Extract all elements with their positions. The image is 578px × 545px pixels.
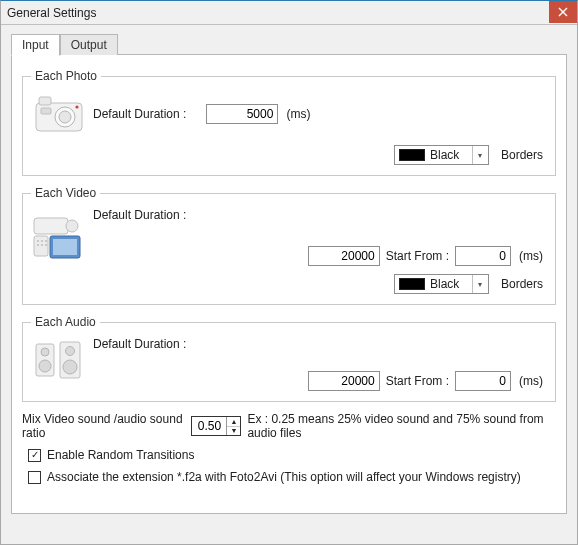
photo-duration-label: Default Duration : [93, 107, 186, 121]
spinner-arrows: ▲ ▼ [226, 417, 240, 435]
checkbox-random-transitions-label: Enable Random Transitions [47, 448, 194, 462]
svg-point-22 [63, 360, 77, 374]
photo-borders-label: Borders [501, 148, 543, 162]
titlebar: General Settings [1, 1, 577, 25]
chevron-down-icon: ▾ [472, 146, 488, 164]
video-startfrom-label: Start From : [386, 249, 449, 263]
checkbox-associate-ext-label: Associate the extension *.f2a with Foto2… [47, 470, 521, 484]
checkbox-associate-ext-row: Associate the extension *.f2a with Foto2… [22, 470, 556, 484]
window-body: Input Output Each Photo [1, 25, 577, 524]
tab-panel-input: Each Photo Default Duration : [11, 54, 567, 514]
svg-point-13 [41, 244, 43, 246]
settings-window: General Settings Input Output Each Photo [0, 0, 578, 545]
photo-duration-input[interactable] [206, 104, 278, 124]
group-legend-photo: Each Photo [31, 69, 101, 83]
chevron-down-icon: ▾ [472, 275, 488, 293]
video-border-color-name: Black [430, 277, 467, 291]
svg-point-10 [41, 240, 43, 242]
svg-point-12 [37, 244, 39, 246]
audio-unit: (ms) [519, 374, 543, 388]
video-borders-row: Black ▾ Borders [31, 274, 547, 294]
svg-point-18 [41, 348, 49, 356]
color-swatch-icon [399, 149, 425, 161]
svg-point-9 [37, 240, 39, 242]
close-icon [558, 7, 568, 17]
photo-borders-row: Black ▾ Borders [31, 145, 547, 165]
video-borders-label: Borders [501, 277, 543, 291]
window-title: General Settings [7, 6, 96, 20]
video-duration-row: Start From : (ms) [31, 246, 547, 266]
group-legend-audio: Each Audio [31, 315, 100, 329]
photo-border-color-name: Black [430, 148, 467, 162]
svg-point-21 [66, 347, 75, 356]
video-duration-input[interactable] [308, 246, 380, 266]
mix-ratio-hint: Ex : 0.25 means 25% video sound and 75% … [247, 412, 556, 440]
mix-ratio-row: Mix Video sound /audio sound ratio ▲ ▼ E… [22, 412, 556, 440]
audio-startfrom-input[interactable] [455, 371, 511, 391]
group-legend-video: Each Video [31, 186, 100, 200]
tabstrip: Input Output [11, 33, 567, 55]
photo-border-color-combo[interactable]: Black ▾ [394, 145, 489, 165]
svg-point-14 [45, 244, 47, 246]
checkbox-random-transitions-row: ✓ Enable Random Transitions [22, 448, 556, 462]
video-unit: (ms) [519, 249, 543, 263]
video-border-color-combo[interactable]: Black ▾ [394, 274, 489, 294]
camera-icon [31, 91, 87, 137]
mix-ratio-spinner[interactable]: ▲ ▼ [191, 416, 241, 436]
video-duration-label: Default Duration : [93, 208, 186, 222]
audio-startfrom-label: Start From : [386, 374, 449, 388]
svg-point-3 [59, 111, 71, 123]
svg-point-5 [75, 105, 78, 108]
spinner-down-icon[interactable]: ▼ [227, 427, 240, 436]
svg-rect-8 [34, 236, 48, 256]
speakers-icon [31, 337, 87, 383]
mix-ratio-label: Mix Video sound /audio sound ratio [22, 412, 185, 440]
mix-ratio-input[interactable] [192, 417, 226, 435]
svg-rect-16 [53, 239, 77, 255]
svg-rect-1 [39, 97, 51, 105]
checkbox-random-transitions[interactable]: ✓ [28, 449, 41, 462]
camcorder-icon [31, 208, 87, 264]
color-swatch-icon [399, 278, 425, 290]
group-each-video: Each Video Default Duration [22, 186, 556, 305]
tab-input[interactable]: Input [11, 34, 60, 56]
tab-output[interactable]: Output [60, 34, 118, 55]
group-each-photo: Each Photo Default Duration : [22, 69, 556, 176]
svg-point-7 [66, 220, 78, 232]
close-button[interactable] [549, 1, 577, 23]
svg-rect-6 [34, 218, 68, 234]
audio-duration-row: Start From : (ms) [31, 371, 547, 391]
audio-duration-label: Default Duration : [93, 337, 186, 351]
checkbox-associate-ext[interactable] [28, 471, 41, 484]
photo-row: Default Duration : (ms) [31, 91, 547, 137]
audio-duration-input[interactable] [308, 371, 380, 391]
svg-point-11 [45, 240, 47, 242]
svg-rect-4 [41, 108, 51, 114]
svg-point-19 [39, 360, 51, 372]
photo-unit: (ms) [286, 107, 310, 121]
spinner-up-icon[interactable]: ▲ [227, 417, 240, 427]
video-startfrom-input[interactable] [455, 246, 511, 266]
group-each-audio: Each Audio Default Duration : [22, 315, 556, 402]
